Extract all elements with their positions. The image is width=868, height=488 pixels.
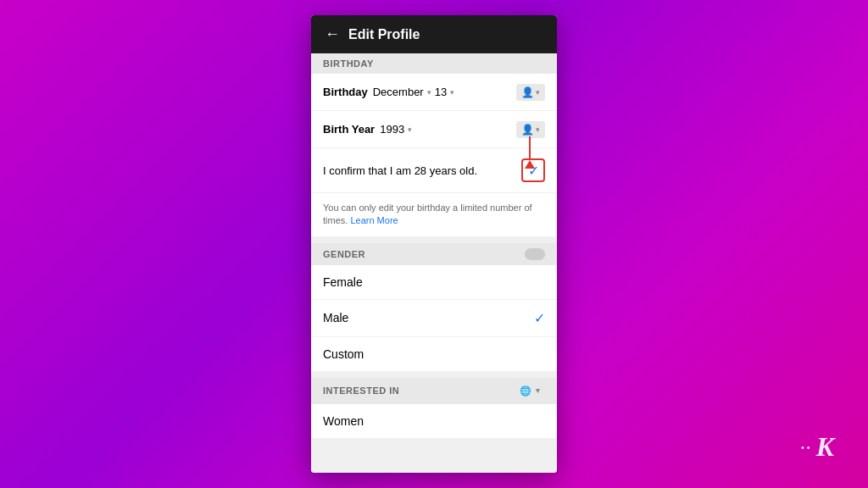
women-label: Women [323, 414, 545, 428]
watermark-dots: •• [801, 442, 813, 452]
interested-section-body: Women [311, 404, 557, 439]
birthday-row[interactable]: Birthday December ▾ 13 ▾ 👤 ▾ [311, 74, 557, 111]
birthday-section-header: BIRTHDAY [311, 53, 557, 74]
phone-mockup: ← Edit Profile BIRTHDAY Birthday Decembe… [311, 15, 557, 473]
birth-year-privacy-icon[interactable]: 👤 ▾ [516, 121, 545, 138]
birthday-label: Birthday [323, 86, 368, 98]
birth-year-value[interactable]: 1993 ▾ [380, 123, 412, 136]
gender-toggle[interactable] [525, 248, 545, 260]
globe-icon: 🌐 [520, 385, 532, 396]
year-dropdown-arrow: ▾ [408, 125, 412, 134]
day-dropdown-arrow: ▾ [450, 88, 454, 97]
confirm-row[interactable]: I confirm that I am 28 years old. ✓ [311, 148, 557, 193]
learn-more-link[interactable]: Learn More [350, 215, 398, 225]
divider-2 [311, 371, 557, 378]
back-button[interactable]: ← [325, 25, 340, 43]
privacy-dropdown-arrow-2: ▾ [536, 125, 540, 134]
divider-1 [311, 236, 557, 243]
birthday-info: You can only edit your birthday a limite… [311, 193, 557, 236]
month-dropdown-arrow: ▾ [427, 88, 431, 97]
gender-option-custom[interactable]: Custom [311, 337, 557, 371]
watermark-k: K [816, 431, 834, 463]
interested-dropdown-arrow: ▾ [536, 386, 541, 395]
custom-label: Custom [323, 347, 545, 361]
interested-in-section-header: INTERESTED IN 🌐 ▾ [311, 378, 557, 404]
birthday-month: December [373, 86, 424, 98]
birth-year-label: Birth Year [323, 123, 375, 136]
gender-section-body: Female Male ✓ Custom [311, 265, 557, 371]
birthday-day: 13 [435, 86, 447, 98]
birthday-value[interactable]: December ▾ 13 ▾ [373, 86, 454, 98]
male-label: Male [323, 311, 534, 324]
privacy-dropdown-arrow: ▾ [536, 88, 540, 97]
person-icon: 👤 [521, 86, 534, 98]
gender-option-male[interactable]: Male ✓ [311, 300, 557, 337]
gender-section-header: GENDER [311, 243, 557, 265]
birth-year-row[interactable]: Birth Year 1993 ▾ 👤 ▾ [311, 111, 557, 148]
page-title: Edit Profile [348, 27, 420, 42]
birth-year-number: 1993 [380, 123, 404, 136]
person-icon-2: 👤 [521, 124, 534, 136]
male-selected-icon: ✓ [534, 310, 545, 326]
scroll-content[interactable]: BIRTHDAY Birthday December ▾ 13 ▾ 👤 ▾ Bi… [311, 53, 557, 473]
watermark-area: •• K [801, 431, 834, 463]
birthday-section-body: Birthday December ▾ 13 ▾ 👤 ▾ Birth Year … [311, 74, 557, 236]
female-label: Female [323, 275, 545, 289]
app-header: ← Edit Profile [311, 15, 557, 53]
gender-option-female[interactable]: Female [311, 265, 557, 300]
confirm-text: I confirm that I am 28 years old. [323, 164, 515, 177]
birthday-privacy-icon[interactable]: 👤 ▾ [516, 84, 545, 101]
interested-privacy-icon[interactable]: 🌐 ▾ [515, 383, 545, 399]
interested-women[interactable]: Women [311, 404, 557, 439]
